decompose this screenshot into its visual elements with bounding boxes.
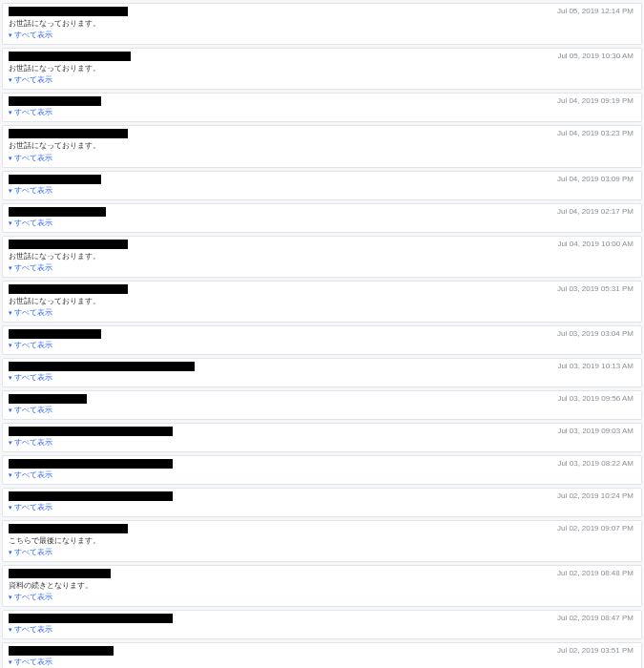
message-item[interactable]: Jul 05, 2019 10:30 AMお世話になっております。▾すべて表示 [2, 48, 642, 90]
redacted-subject [9, 569, 111, 578]
message-item[interactable]: Jul 04, 2019 09:19 PM▾すべて表示 [2, 93, 642, 122]
redacted-subject [9, 362, 195, 371]
message-item[interactable]: Jul 04, 2019 02:17 PM▾すべて表示 [2, 203, 642, 233]
message-item[interactable]: Jul 02, 2019 09:07 PMこちらで最後になります。▾すべて表示 [2, 520, 642, 562]
caret-down-icon: ▾ [9, 626, 12, 633]
redacted-subject [9, 284, 128, 294]
subject-line [9, 175, 635, 184]
expand-row: ▾すべて表示 [9, 307, 635, 318]
subject-line [9, 569, 635, 578]
caret-down-icon: ▾ [9, 342, 12, 348]
redacted-subject [9, 329, 101, 339]
message-item[interactable]: Jul 02, 2019 08:48 PM資料の続きとなります。▾すべて表示 [2, 565, 642, 607]
subject-line [9, 394, 635, 404]
subject-line [9, 491, 635, 501]
redacted-subject [9, 96, 101, 106]
redacted-subject [9, 175, 101, 184]
expand-row: ▾すべて表示 [9, 470, 635, 480]
expand-link[interactable]: すべて表示 [14, 373, 52, 382]
message-preview: お世話になっております。 [9, 296, 635, 306]
caret-down-icon: ▾ [9, 309, 12, 316]
expand-row: ▾すべて表示 [9, 502, 635, 512]
expand-link[interactable]: すべて表示 [14, 263, 52, 272]
expand-link[interactable]: すべて表示 [14, 470, 52, 479]
caret-down-icon: ▾ [9, 658, 12, 665]
expand-row: ▾すべて表示 [9, 153, 635, 163]
subject-line [9, 52, 635, 61]
expand-link[interactable]: すべて表示 [14, 154, 52, 162]
caret-down-icon: ▾ [9, 594, 12, 600]
expand-link[interactable]: すべて表示 [14, 625, 52, 634]
expand-row: ▾すべて表示 [9, 218, 635, 228]
message-item[interactable]: Jul 05, 2019 12:14 PMお世話になっております。▾すべて表示 [2, 3, 642, 45]
redacted-subject [9, 524, 128, 533]
message-preview: こちらで最後になります。 [9, 535, 635, 546]
caret-down-icon: ▾ [9, 187, 12, 194]
expand-row: ▾すべて表示 [9, 657, 635, 667]
expand-row: ▾すべて表示 [9, 262, 635, 273]
expand-link[interactable]: すべて表示 [14, 503, 52, 511]
timestamp: Jul 05, 2019 12:14 PM [557, 7, 634, 15]
subject-line [9, 459, 635, 469]
message-item[interactable]: Jul 04, 2019 03:23 PMお世話になっております。▾すべて表示 [2, 125, 642, 167]
timestamp: Jul 03, 2019 09:03 AM [557, 427, 634, 435]
expand-row: ▾すべて表示 [9, 185, 635, 196]
expand-link[interactable]: すべて表示 [14, 438, 52, 447]
message-item[interactable]: Jul 03, 2019 10:13 AM▾すべて表示 [2, 358, 642, 387]
caret-down-icon: ▾ [9, 549, 12, 555]
expand-link[interactable]: すべて表示 [14, 548, 52, 556]
redacted-subject [9, 207, 106, 217]
message-item[interactable]: Jul 04, 2019 10:00 AMお世話になっております。▾すべて表示 [2, 236, 642, 278]
message-item[interactable]: Jul 02, 2019 10:24 PM▾すべて表示 [2, 488, 642, 517]
message-preview: お世話になっております。 [9, 63, 635, 73]
caret-down-icon: ▾ [9, 504, 12, 511]
caret-down-icon: ▾ [9, 407, 12, 413]
message-item[interactable]: Jul 03, 2019 03:04 PM▾すべて表示 [2, 325, 642, 355]
expand-link[interactable]: すべて表示 [14, 406, 52, 414]
subject-line [9, 129, 635, 138]
message-preview: お世話になっております。 [9, 18, 635, 29]
expand-row: ▾すべて表示 [9, 547, 635, 557]
timestamp: Jul 04, 2019 02:17 PM [557, 207, 634, 216]
expand-row: ▾すべて表示 [9, 624, 635, 635]
caret-down-icon: ▾ [9, 109, 12, 115]
expand-row: ▾すべて表示 [9, 592, 635, 602]
timestamp: Jul 02, 2019 08:47 PM [557, 614, 634, 622]
caret-down-icon: ▾ [9, 264, 12, 271]
timestamp: Jul 02, 2019 03:51 PM [557, 646, 634, 655]
subject-line [9, 96, 635, 106]
subject-line [9, 329, 635, 339]
subject-line [9, 240, 635, 249]
message-item[interactable]: Jul 03, 2019 09:03 AM▾すべて表示 [2, 423, 642, 452]
message-item[interactable]: Jul 03, 2019 09:56 AM▾すべて表示 [2, 390, 642, 420]
expand-link[interactable]: すべて表示 [14, 186, 52, 195]
redacted-subject [9, 459, 173, 469]
timestamp: Jul 04, 2019 03:23 PM [557, 129, 634, 137]
message-item[interactable]: Jul 04, 2019 03:09 PM▾すべて表示 [2, 171, 642, 200]
message-item[interactable]: Jul 03, 2019 08:22 AM▾すべて表示 [2, 455, 642, 485]
expand-link[interactable]: すべて表示 [14, 308, 52, 317]
expand-link[interactable]: すべて表示 [14, 108, 52, 116]
expand-link[interactable]: すべて表示 [14, 75, 52, 84]
message-item[interactable]: Jul 02, 2019 08:47 PM▾すべて表示 [2, 610, 642, 639]
subject-line [9, 646, 635, 656]
message-item[interactable]: Jul 03, 2019 05:31 PMお世話になっております。▾すべて表示 [2, 281, 642, 323]
expand-link[interactable]: すべて表示 [14, 219, 52, 227]
redacted-subject [9, 52, 131, 61]
message-item[interactable]: Jul 02, 2019 03:51 PM▾すべて表示 [2, 642, 642, 668]
redacted-subject [9, 129, 128, 138]
expand-row: ▾すべて表示 [9, 437, 635, 448]
subject-line [9, 427, 635, 436]
expand-link[interactable]: すべて表示 [14, 593, 52, 601]
redacted-subject [9, 427, 173, 436]
caret-down-icon: ▾ [9, 471, 12, 478]
message-preview: お世話になっております。 [9, 140, 635, 151]
timestamp: Jul 03, 2019 03:04 PM [557, 329, 634, 338]
caret-down-icon: ▾ [9, 219, 12, 226]
subject-line [9, 7, 635, 16]
expand-link[interactable]: すべて表示 [14, 341, 52, 349]
message-preview: お世話になっております。 [9, 251, 635, 261]
expand-link[interactable]: すべて表示 [14, 31, 52, 39]
expand-link[interactable]: すべて表示 [14, 658, 52, 666]
expand-row: ▾すべて表示 [9, 107, 635, 117]
